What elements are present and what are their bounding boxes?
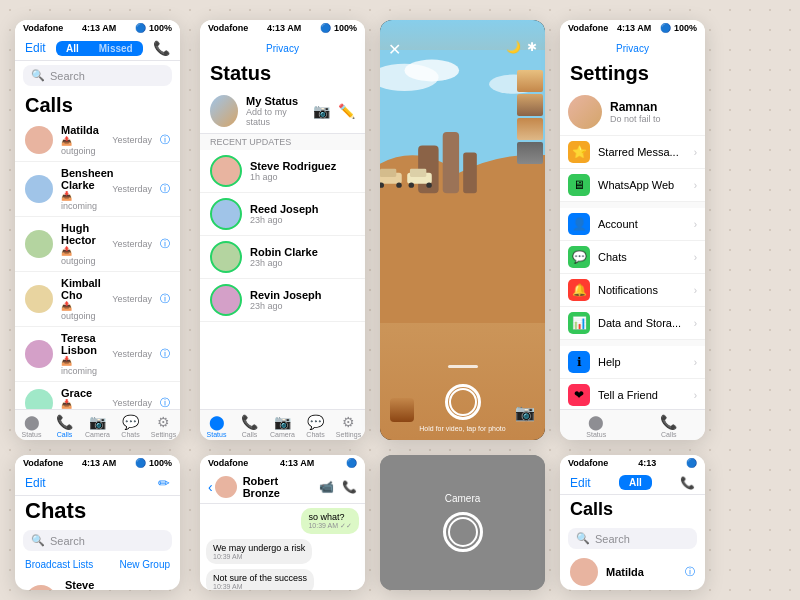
chevron-icon: › bbox=[694, 318, 697, 329]
avatar bbox=[570, 558, 598, 586]
video-call-icon[interactable]: 📹 bbox=[319, 480, 334, 494]
status-icons: 🔵 100% bbox=[320, 23, 357, 33]
avatar bbox=[25, 126, 53, 154]
phone-calls: Vodafone 4:13 AM 🔵 100% Edit All Missed … bbox=[15, 20, 180, 440]
tab-calls[interactable]: 📞 Calls bbox=[233, 410, 266, 440]
contact-name: Reed Joseph bbox=[250, 203, 355, 215]
progress-bar bbox=[448, 365, 478, 368]
profile-sub: Do not fail to bbox=[610, 114, 661, 124]
tab-status[interactable]: ⬤ Status bbox=[200, 410, 233, 440]
phone-icon[interactable]: 📞 bbox=[153, 40, 170, 56]
contact-name: Robin Clarke bbox=[250, 246, 355, 258]
calls-search[interactable]: 🔍 Search bbox=[23, 65, 172, 86]
avatar bbox=[25, 285, 53, 313]
calls-bottom-search[interactable]: 🔍 Search bbox=[568, 528, 697, 549]
call-time: Yesterday bbox=[112, 239, 152, 249]
calls-title: Calls bbox=[15, 90, 180, 119]
camera-shutter-bottom[interactable] bbox=[443, 512, 483, 552]
tab-label: Status bbox=[207, 431, 227, 438]
message-text: Not sure of the success bbox=[213, 573, 307, 583]
all-segment[interactable]: All bbox=[56, 41, 89, 56]
chat-contact: Steve Rodriguez bbox=[65, 579, 128, 590]
update-time: 23h ago bbox=[250, 215, 355, 225]
info-icon[interactable]: ⓘ bbox=[685, 565, 695, 579]
broadcast-row: Broadcast Lists New Group bbox=[15, 555, 180, 574]
settings-label: Help bbox=[598, 356, 686, 368]
info-icon[interactable]: ⓘ bbox=[160, 133, 170, 147]
edit-button[interactable]: Edit bbox=[25, 476, 46, 490]
audio-call-icon[interactable]: 📞 bbox=[342, 480, 357, 494]
calls-bottom-title: Calls bbox=[560, 495, 705, 524]
camera-close-button[interactable]: ✕ bbox=[388, 40, 401, 59]
compose-icon[interactable]: ✏ bbox=[158, 475, 170, 491]
camera-tab-icon: 📷 bbox=[274, 414, 291, 430]
search-placeholder: Search bbox=[50, 535, 85, 547]
camera-action-icon[interactable]: 📷 bbox=[313, 103, 330, 119]
new-group-button[interactable]: New Group bbox=[119, 559, 170, 570]
pencil-action-icon[interactable]: ✏️ bbox=[338, 103, 355, 119]
all-segment[interactable]: All bbox=[619, 475, 652, 490]
tab-camera[interactable]: 📷 Camera bbox=[81, 410, 114, 440]
chat-item[interactable]: Steve Rodriguez ✓ There is lot to talk 4… bbox=[15, 574, 180, 590]
settings-whatsapp-web[interactable]: 🖥 WhatsApp Web › bbox=[560, 169, 705, 202]
status-icons: 🔵 bbox=[686, 458, 697, 468]
call-time: Yesterday bbox=[112, 398, 152, 408]
info-icon[interactable]: ⓘ bbox=[160, 396, 170, 410]
back-button[interactable]: ‹ bbox=[208, 476, 237, 498]
phone-icon[interactable]: 📞 bbox=[680, 476, 695, 490]
my-status-name: My Status bbox=[246, 95, 305, 107]
settings-profile[interactable]: Ramnan Do not fail to bbox=[560, 89, 705, 136]
avatar bbox=[25, 585, 57, 590]
message-text: so what? bbox=[308, 512, 344, 522]
settings-notifications[interactable]: 🔔 Notifications › bbox=[560, 274, 705, 307]
settings-tell-friend[interactable]: ❤ Tell a Friend › bbox=[560, 379, 705, 412]
chat-time: 4:16 PM bbox=[136, 590, 170, 591]
tab-chats[interactable]: 💬 Chats bbox=[299, 410, 332, 440]
contact-name: Robert Bronze bbox=[243, 475, 313, 499]
tab-camera[interactable]: 📷 Camera bbox=[266, 410, 299, 440]
info-icon[interactable]: ⓘ bbox=[160, 347, 170, 361]
call-type: 📤 outgoing bbox=[61, 301, 104, 321]
message-bubble-in: We may undergo a risk 10:39 AM bbox=[206, 539, 312, 564]
chevron-icon: › bbox=[694, 147, 697, 158]
calls-bottom-status-bar: Vodafone 4:13 🔵 bbox=[560, 455, 705, 471]
message-row: We may undergo a risk 10:39 AM bbox=[206, 539, 359, 567]
camera-flip-icon[interactable]: 📷 bbox=[515, 403, 535, 422]
broadcast-button[interactable]: Broadcast Lists bbox=[25, 559, 93, 570]
settings-starred[interactable]: ⭐ Starred Messa... › bbox=[560, 136, 705, 169]
info-icon[interactable]: ⓘ bbox=[160, 182, 170, 196]
avatar bbox=[25, 340, 53, 368]
info-icon[interactable]: ⓘ bbox=[160, 292, 170, 306]
chats-search[interactable]: 🔍 Search bbox=[23, 530, 172, 551]
chats-status-bar: Vodafone 4:13 AM 🔵 100% bbox=[15, 455, 180, 471]
profile-name: Ramnan bbox=[610, 100, 661, 114]
info-icon[interactable]: ⓘ bbox=[160, 237, 170, 251]
settings-data[interactable]: 📊 Data and Stora... › bbox=[560, 307, 705, 340]
chats-nav: Edit ✏ bbox=[15, 471, 180, 496]
camera-label: Camera bbox=[445, 493, 481, 504]
missed-segment[interactable]: Missed bbox=[89, 41, 143, 56]
my-status-sub: Add to my status bbox=[246, 107, 305, 127]
settings-label: Chats bbox=[598, 251, 686, 263]
message-time: 10:39 AM ✓✓ bbox=[308, 522, 352, 530]
status-update-item: Revin Joseph 23h ago bbox=[200, 279, 365, 322]
settings-account[interactable]: 👤 Account › bbox=[560, 208, 705, 241]
edit-button[interactable]: Edit bbox=[570, 476, 591, 490]
tab-calls[interactable]: 📞 Calls bbox=[633, 410, 706, 440]
tab-status[interactable]: ⬤ Status bbox=[560, 410, 633, 440]
settings-tab-icon: ⚙ bbox=[342, 414, 355, 430]
shutter-button[interactable] bbox=[445, 384, 481, 420]
tab-calls[interactable]: 📞 Calls bbox=[48, 410, 81, 440]
edit-button[interactable]: Edit bbox=[25, 41, 46, 55]
settings-help[interactable]: ℹ Help › bbox=[560, 346, 705, 379]
tab-status[interactable]: ⬤ Status bbox=[15, 410, 48, 440]
tab-settings[interactable]: ⚙ Settings bbox=[147, 410, 180, 440]
tab-chats[interactable]: 💬 Chats bbox=[114, 410, 147, 440]
chevron-icon: › bbox=[694, 252, 697, 263]
tab-settings[interactable]: ⚙ Settings bbox=[332, 410, 365, 440]
gallery-button[interactable] bbox=[390, 398, 414, 422]
account-icon: 👤 bbox=[568, 213, 590, 235]
chevron-icon: › bbox=[694, 219, 697, 230]
privacy-label: Privacy bbox=[200, 36, 365, 58]
settings-chats[interactable]: 💬 Chats › bbox=[560, 241, 705, 274]
